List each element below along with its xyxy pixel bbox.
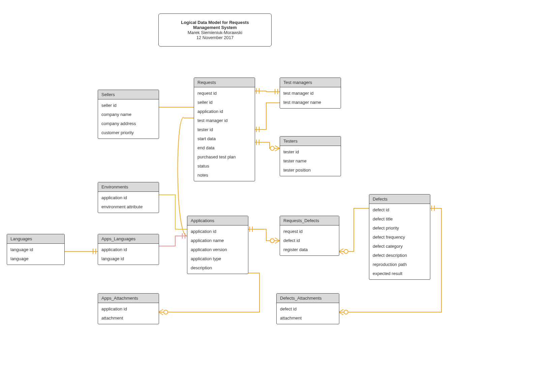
entity-defects-attachments: Defects_Attachments defect id attachment [276, 293, 339, 324]
entity-languages: Languages language id language [7, 234, 65, 265]
entity-attr: application id [98, 193, 159, 202]
entity-attr: language id [98, 254, 159, 263]
entity-attr: test manager id [280, 89, 341, 98]
entity-attr: status [194, 161, 255, 171]
entity-header: Test managers [280, 78, 341, 87]
entity-attr: defect id [369, 205, 430, 214]
entity-attr: tester id [194, 125, 255, 134]
entity-attr: attachment [277, 313, 339, 323]
entity-attr: application id [98, 304, 159, 313]
entity-sellers: Sellers seller id company name company a… [98, 90, 159, 139]
entity-attr: application type [187, 254, 248, 263]
entity-header: Defects [369, 194, 430, 204]
diagram-title-box: Logical Data Model for Requests Manageme… [158, 13, 272, 47]
entity-attr: company name [98, 110, 159, 119]
entity-attr: defect frequency [369, 233, 430, 242]
entity-attr: expected result [369, 269, 430, 278]
entity-header: Defects_Attachments [277, 294, 339, 303]
entity-attr: seller id [194, 98, 255, 107]
entity-attr: application version [187, 245, 248, 254]
entity-apps-languages: Apps_Languages application id language i… [98, 234, 159, 265]
entity-header: Requests_Defects [280, 216, 339, 225]
entity-attr: language [7, 254, 64, 263]
entity-attr: end data [194, 143, 255, 152]
entity-attr: attachment [98, 313, 159, 323]
entity-defects: Defects defect id defect title defect pr… [369, 194, 430, 280]
entity-attr: request id [280, 227, 339, 236]
entity-header: Sellers [98, 90, 159, 99]
entity-attr: start data [194, 134, 255, 143]
entity-applications: Applications application id application … [187, 216, 248, 274]
entity-attr: defect priority [369, 223, 430, 233]
entity-attr: reproduction path [369, 260, 430, 269]
entity-attr: application id [194, 107, 255, 116]
entity-attr: defect title [369, 214, 430, 223]
entity-attr: test manager name [280, 98, 341, 107]
entity-attr: description [187, 263, 248, 272]
entity-attr: tester position [280, 165, 341, 175]
title-author: Marek Siemieniuk-Morawski [166, 30, 264, 35]
entity-attr: defect id [280, 236, 339, 245]
entity-attr: tester id [280, 147, 341, 156]
entity-attr: environment attribute [98, 202, 159, 211]
entity-attr: customer priority [98, 128, 159, 137]
entity-header: Languages [7, 234, 64, 244]
entity-requests: Requests request id seller id applicatio… [194, 78, 255, 181]
diagram-canvas: Logical Data Model for Requests Manageme… [0, 0, 558, 392]
entity-apps-attachments: Apps_Attachments application id attachme… [98, 293, 159, 324]
title-line1: Logical Data Model for Requests [166, 20, 264, 25]
entity-attr: notes [194, 171, 255, 180]
entity-header: Requests [194, 78, 255, 87]
entity-attr: request id [194, 89, 255, 98]
entity-testers: Testers tester id tester name tester pos… [280, 136, 341, 176]
entity-attr: test manager id [194, 116, 255, 125]
title-line2: Management System [166, 25, 264, 30]
entity-attr: application id [98, 245, 159, 254]
entity-attr: seller id [98, 101, 159, 110]
entity-attr: language id [7, 245, 64, 254]
entity-header: Testers [280, 137, 341, 146]
entity-environments: Environments application id environment … [98, 182, 159, 213]
entity-attr: company address [98, 119, 159, 128]
entity-requests-defects: Requests_Defects request id defect id re… [280, 216, 339, 256]
entity-attr: defect category [369, 242, 430, 251]
entity-test-managers: Test managers test manager id test manag… [280, 78, 341, 109]
entity-header: Applications [187, 216, 248, 225]
entity-header: Apps_Languages [98, 234, 159, 244]
entity-header: Apps_Attachments [98, 294, 159, 303]
entity-attr: application id [187, 227, 248, 236]
entity-attr: defect description [369, 251, 430, 260]
entity-header: Environments [98, 182, 159, 192]
entity-attr: tester name [280, 156, 341, 165]
entity-attr: application name [187, 236, 248, 245]
relationship-lines [0, 0, 558, 392]
entity-attr: defect id [277, 304, 339, 313]
title-date: 12 November 2017 [166, 35, 264, 40]
entity-attr: register data [280, 245, 339, 254]
entity-attr: purchased test plan [194, 152, 255, 161]
